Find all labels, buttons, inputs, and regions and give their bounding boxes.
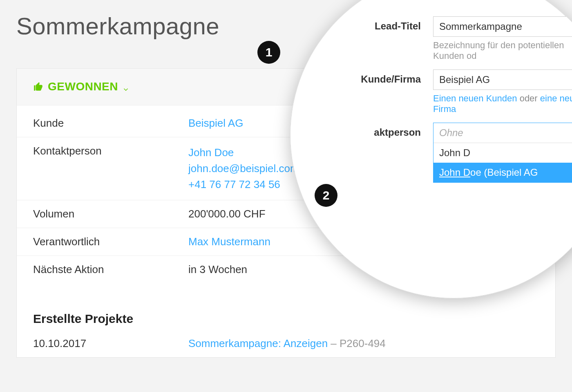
projects-section-title: Erstellte Projekte [17,300,555,330]
callout-badge-1: 1 [257,41,280,64]
new-customer-link[interactable]: Einen neuen Kunden [433,93,517,103]
kontakt-label: Kontaktperson [33,145,188,193]
naechste-value: in 3 Wochen [188,263,247,276]
lead-titel-input[interactable] [433,16,572,37]
volumen-value: 200'000.00 CHF [188,208,266,220]
project-code: P260-494 [340,337,386,349]
kontakt-option[interactable]: John Doe (Beispiel AG [433,163,572,182]
thumbs-up-icon [33,81,44,92]
status-dropdown[interactable]: GEWONNEN [33,80,130,93]
lead-titel-hint: Bezeichnung für den potentiellen Kunden … [433,40,572,61]
link-separator: oder [517,93,540,103]
project-link[interactable]: Sommerkampagne: Anzeigen [188,337,328,349]
kontakt-combobox[interactable]: Ohne John D John Doe (Beispiel AG [433,123,572,183]
chevron-down-icon [122,83,130,90]
kontakt-typed-text[interactable]: John D [433,143,572,163]
kontakt-option-match: John D [439,167,470,178]
project-date: 10.10.2017 [33,337,188,350]
volumen-label: Volumen [33,208,188,220]
project-separator: – [328,337,340,349]
kontakt-placeholder: Ohne [433,123,572,143]
form-row-kontaktperson: aktperson Ohne John D John Doe (Beispiel… [351,123,572,183]
status-label: GEWONNEN [48,80,118,93]
kunde-firma-label: Kunde/Firma [351,69,433,85]
callout-badge-2: 2 [315,184,337,207]
kunde-firma-input[interactable] [433,69,572,90]
project-row: 10.10.2017 Sommerkampagne: Anzeigen – P2… [17,330,555,357]
kontakt-phone-link[interactable]: +41 76 77 72 34 56 [188,178,280,190]
verantwortlich-label: Verantwortlich [33,235,188,248]
kunde-link[interactable]: Beispiel AG [188,117,243,129]
lead-titel-label: Lead-Titel [351,16,433,32]
kontakt-email-link[interactable]: john.doe@beispiel.com [188,162,299,175]
form-row-lead-titel: Lead-Titel Bezeichnung für den potentiel… [351,16,572,61]
verantwortlich-link[interactable]: Max Mustermann [188,235,270,248]
kunde-label: Kunde [33,117,188,130]
kontakt-name-link[interactable]: John Doe [188,146,234,159]
form-row-kunde-firma: Kunde/Firma Einen neuen Kunden oder eine… [351,69,572,114]
kontakt-option-rest: oe (Beispiel AG [470,167,538,178]
kunde-firma-links: Einen neuen Kunden oder eine neue Firma [433,93,572,114]
mag-kontakt-label: aktperson [351,123,433,138]
naechste-label: Nächste Aktion [33,263,188,276]
